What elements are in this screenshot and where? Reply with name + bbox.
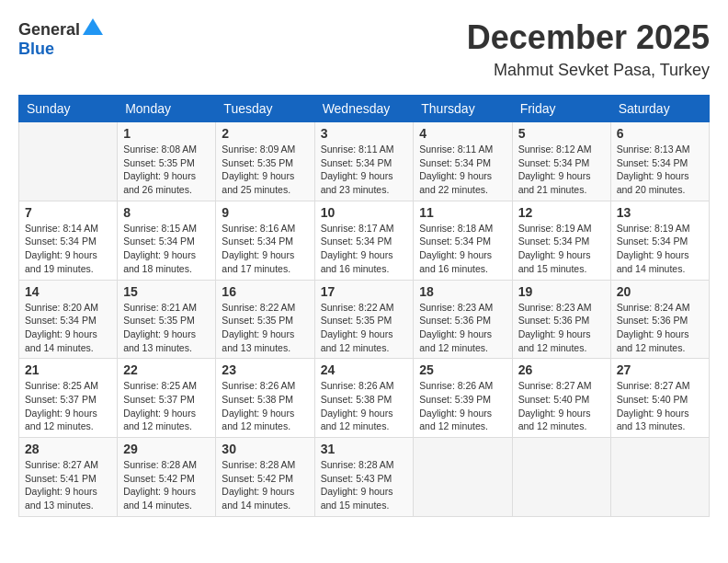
day-number: 1 [123, 126, 210, 141]
title-section: December 2025 Mahmut Sevket Pasa, Turkey [467, 18, 710, 80]
table-row: 3 Sunrise: 8:11 AMSunset: 5:34 PMDayligh… [314, 122, 414, 201]
day-info: Sunrise: 8:20 AMSunset: 5:34 PMDaylight:… [25, 301, 111, 355]
day-number: 12 [518, 205, 605, 220]
header-sunday: Sunday [19, 96, 118, 122]
day-number: 6 [617, 126, 703, 141]
table-row: 23 Sunrise: 8:26 AMSunset: 5:38 PMDaylig… [216, 359, 314, 438]
day-info: Sunrise: 8:27 AMSunset: 5:40 PMDaylight:… [617, 379, 703, 433]
day-number: 26 [518, 362, 605, 377]
day-info: Sunrise: 8:26 AMSunset: 5:38 PMDaylight:… [321, 379, 408, 433]
table-row: 27 Sunrise: 8:27 AMSunset: 5:40 PMDaylig… [610, 359, 709, 438]
day-info: Sunrise: 8:13 AMSunset: 5:34 PMDaylight:… [617, 143, 703, 197]
table-row: 18 Sunrise: 8:23 AMSunset: 5:36 PMDaylig… [414, 280, 512, 359]
day-number: 8 [123, 205, 210, 220]
day-info: Sunrise: 8:28 AMSunset: 5:42 PMDaylight:… [222, 458, 308, 512]
header-wednesday: Wednesday [314, 96, 414, 122]
logo-general-text: General [18, 20, 80, 40]
calendar-week-row: 1 Sunrise: 8:08 AMSunset: 5:35 PMDayligh… [19, 122, 710, 201]
table-row: 20 Sunrise: 8:24 AMSunset: 5:36 PMDaylig… [610, 280, 709, 359]
table-row: 13 Sunrise: 8:19 AMSunset: 5:34 PMDaylig… [610, 201, 709, 280]
calendar-week-row: 21 Sunrise: 8:25 AMSunset: 5:37 PMDaylig… [19, 359, 710, 438]
day-info: Sunrise: 8:19 AMSunset: 5:34 PMDaylight:… [617, 222, 703, 276]
header-tuesday: Tuesday [216, 96, 314, 122]
day-info: Sunrise: 8:12 AMSunset: 5:34 PMDaylight:… [518, 143, 605, 197]
table-row: 15 Sunrise: 8:21 AMSunset: 5:35 PMDaylig… [118, 280, 216, 359]
day-number: 15 [123, 284, 210, 299]
day-info: Sunrise: 8:19 AMSunset: 5:34 PMDaylight:… [518, 222, 605, 276]
calendar-week-row: 14 Sunrise: 8:20 AMSunset: 5:34 PMDaylig… [19, 280, 710, 359]
day-info: Sunrise: 8:28 AMSunset: 5:43 PMDaylight:… [321, 458, 408, 512]
day-info: Sunrise: 8:23 AMSunset: 5:36 PMDaylight:… [518, 301, 605, 355]
table-row: 8 Sunrise: 8:15 AMSunset: 5:34 PMDayligh… [118, 201, 216, 280]
table-row: 14 Sunrise: 8:20 AMSunset: 5:34 PMDaylig… [19, 280, 118, 359]
day-info: Sunrise: 8:18 AMSunset: 5:34 PMDaylight:… [419, 222, 506, 276]
table-row: 21 Sunrise: 8:25 AMSunset: 5:37 PMDaylig… [19, 359, 118, 438]
table-row: 2 Sunrise: 8:09 AMSunset: 5:35 PMDayligh… [216, 122, 314, 201]
day-info: Sunrise: 8:26 AMSunset: 5:39 PMDaylight:… [419, 379, 506, 433]
day-info: Sunrise: 8:22 AMSunset: 5:35 PMDaylight:… [321, 301, 408, 355]
calendar-table: Sunday Monday Tuesday Wednesday Thursday… [18, 95, 710, 517]
day-number: 22 [123, 362, 210, 377]
table-row [512, 438, 610, 517]
svg-marker-0 [83, 18, 103, 35]
table-row [19, 122, 118, 201]
day-number: 28 [25, 442, 111, 456]
day-info: Sunrise: 8:09 AMSunset: 5:35 PMDaylight:… [222, 143, 308, 197]
table-row: 17 Sunrise: 8:22 AMSunset: 5:35 PMDaylig… [314, 280, 414, 359]
day-number: 16 [222, 284, 308, 299]
table-row: 25 Sunrise: 8:26 AMSunset: 5:39 PMDaylig… [414, 359, 512, 438]
day-info: Sunrise: 8:22 AMSunset: 5:35 PMDaylight:… [222, 301, 308, 355]
location-title: Mahmut Sevket Pasa, Turkey [467, 61, 710, 80]
page-header: General Blue December 2025 Mahmut Sevket… [18, 18, 710, 80]
table-row: 24 Sunrise: 8:26 AMSunset: 5:38 PMDaylig… [314, 359, 414, 438]
table-row: 4 Sunrise: 8:11 AMSunset: 5:34 PMDayligh… [414, 122, 512, 201]
day-info: Sunrise: 8:11 AMSunset: 5:34 PMDaylight:… [419, 143, 506, 197]
day-info: Sunrise: 8:28 AMSunset: 5:42 PMDaylight:… [123, 458, 210, 512]
table-row: 22 Sunrise: 8:25 AMSunset: 5:37 PMDaylig… [118, 359, 216, 438]
day-number: 24 [321, 362, 408, 377]
day-number: 19 [518, 284, 605, 299]
day-info: Sunrise: 8:11 AMSunset: 5:34 PMDaylight:… [321, 143, 408, 197]
header-saturday: Saturday [610, 96, 709, 122]
day-number: 21 [25, 362, 111, 377]
day-info: Sunrise: 8:14 AMSunset: 5:34 PMDaylight:… [25, 222, 111, 276]
day-number: 25 [419, 362, 506, 377]
logo-blue-text: Blue [18, 40, 54, 58]
day-info: Sunrise: 8:26 AMSunset: 5:38 PMDaylight:… [222, 379, 308, 433]
table-row: 12 Sunrise: 8:19 AMSunset: 5:34 PMDaylig… [512, 201, 610, 280]
table-row: 7 Sunrise: 8:14 AMSunset: 5:34 PMDayligh… [19, 201, 118, 280]
table-row: 28 Sunrise: 8:27 AMSunset: 5:41 PMDaylig… [19, 438, 118, 517]
logo: General Blue [18, 18, 103, 59]
logo-triangle-icon [83, 18, 103, 35]
table-row [610, 438, 709, 517]
day-info: Sunrise: 8:15 AMSunset: 5:34 PMDaylight:… [123, 222, 210, 276]
month-title: December 2025 [467, 18, 710, 57]
day-info: Sunrise: 8:25 AMSunset: 5:37 PMDaylight:… [123, 379, 210, 433]
day-number: 18 [419, 284, 506, 299]
calendar-header-row: Sunday Monday Tuesday Wednesday Thursday… [19, 96, 710, 122]
day-number: 30 [222, 442, 308, 456]
day-number: 3 [321, 126, 408, 141]
table-row: 30 Sunrise: 8:28 AMSunset: 5:42 PMDaylig… [216, 438, 314, 517]
header-monday: Monday [118, 96, 216, 122]
day-info: Sunrise: 8:08 AMSunset: 5:35 PMDaylight:… [123, 143, 210, 197]
day-info: Sunrise: 8:25 AMSunset: 5:37 PMDaylight:… [25, 379, 111, 433]
table-row: 31 Sunrise: 8:28 AMSunset: 5:43 PMDaylig… [314, 438, 414, 517]
table-row: 6 Sunrise: 8:13 AMSunset: 5:34 PMDayligh… [610, 122, 709, 201]
day-number: 9 [222, 205, 308, 220]
day-number: 2 [222, 126, 308, 141]
table-row: 10 Sunrise: 8:17 AMSunset: 5:34 PMDaylig… [314, 201, 414, 280]
day-number: 27 [617, 362, 703, 377]
day-info: Sunrise: 8:27 AMSunset: 5:40 PMDaylight:… [518, 379, 605, 433]
day-info: Sunrise: 8:16 AMSunset: 5:34 PMDaylight:… [222, 222, 308, 276]
table-row: 29 Sunrise: 8:28 AMSunset: 5:42 PMDaylig… [118, 438, 216, 517]
table-row: 26 Sunrise: 8:27 AMSunset: 5:40 PMDaylig… [512, 359, 610, 438]
day-number: 5 [518, 126, 605, 141]
day-info: Sunrise: 8:27 AMSunset: 5:41 PMDaylight:… [25, 458, 111, 512]
day-number: 11 [419, 205, 506, 220]
table-row: 5 Sunrise: 8:12 AMSunset: 5:34 PMDayligh… [512, 122, 610, 201]
day-number: 4 [419, 126, 506, 141]
day-number: 17 [321, 284, 408, 299]
day-number: 31 [321, 442, 408, 456]
day-info: Sunrise: 8:17 AMSunset: 5:34 PMDaylight:… [321, 222, 408, 276]
